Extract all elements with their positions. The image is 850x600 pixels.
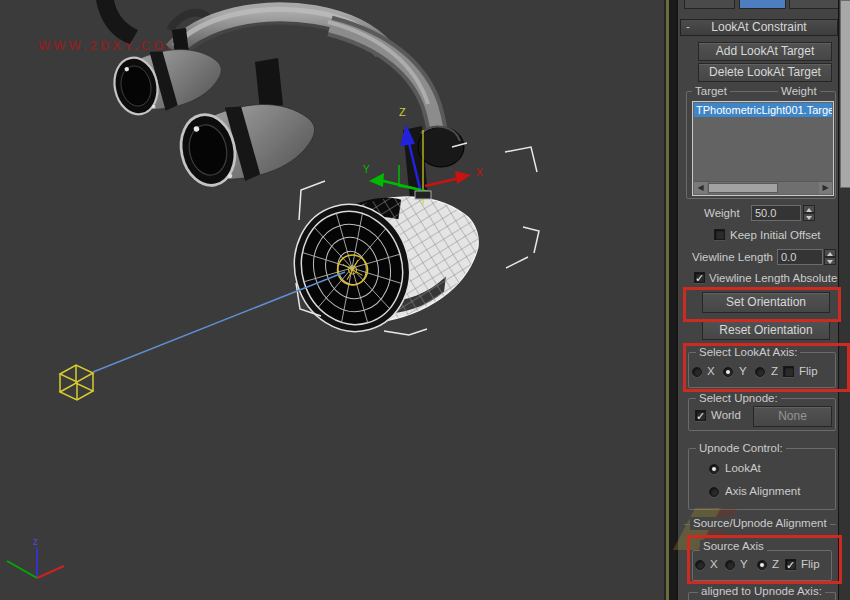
add-lookat-target-button[interactable]: Add LookAt Target bbox=[698, 42, 832, 61]
viewline-length-field[interactable]: 0.0 bbox=[777, 249, 823, 265]
active-viewport-border bbox=[666, 0, 669, 600]
check-icon: ✓ bbox=[786, 559, 795, 571]
target-list[interactable]: TPhotometricLight001.Targe ◀ ▶ bbox=[692, 101, 834, 196]
world-label: World bbox=[711, 409, 741, 422]
lookat-axis-title: Select LookAt Axis: bbox=[696, 346, 800, 359]
lookat-axis-x-radio[interactable] bbox=[692, 367, 702, 377]
axis-alignment-radio-label: Axis Alignment bbox=[725, 485, 800, 498]
rollout-title: LookAt Constraint bbox=[711, 20, 806, 34]
lookat-axis-z-label: Z bbox=[771, 365, 778, 378]
lookat-axis-z-radio[interactable] bbox=[755, 367, 765, 377]
spinner-up-icon[interactable] bbox=[824, 249, 836, 257]
panel-top-button-1[interactable] bbox=[684, 0, 735, 9]
source-axis-x-label: X bbox=[710, 558, 718, 571]
spinner-down-icon[interactable] bbox=[803, 213, 815, 221]
world-axis-z-label: z bbox=[33, 536, 38, 547]
panel-scrollbar[interactable] bbox=[838, 0, 850, 600]
source-axis-x-radio[interactable] bbox=[695, 560, 705, 570]
upnode-none-button[interactable]: None bbox=[753, 406, 832, 427]
aligned-upnode-title: aligned to Upnode Axis: bbox=[698, 585, 825, 598]
spinner-up-icon[interactable] bbox=[803, 205, 815, 213]
viewline-spinner[interactable] bbox=[824, 249, 836, 265]
gizmo-y-label: Y bbox=[363, 164, 370, 175]
lookat-axis-x-label: X bbox=[707, 365, 715, 378]
weight-label: Weight bbox=[704, 207, 740, 220]
target-list-hscrollbar[interactable]: ◀ ▶ bbox=[694, 181, 832, 194]
weight-spinner[interactable] bbox=[803, 205, 815, 221]
command-panel: - LookAt Constraint Add LookAt Target De… bbox=[676, 0, 838, 600]
lookat-axis-y-label: Y bbox=[739, 365, 747, 378]
lookat-axis-flip-checkbox[interactable] bbox=[783, 366, 794, 377]
viewport-3d[interactable]: WWW.2DXY.COM bbox=[0, 0, 676, 600]
source-axis-title: Source Axis bbox=[700, 540, 767, 553]
axis-alignment-radio[interactable] bbox=[709, 487, 719, 497]
panel-top-button-2[interactable] bbox=[789, 0, 840, 9]
lookat-radio[interactable] bbox=[709, 464, 719, 474]
keep-initial-offset-checkbox[interactable] bbox=[714, 229, 725, 240]
weight-column-label: Weight bbox=[778, 85, 820, 98]
upnode-control-group bbox=[688, 448, 836, 510]
check-icon: ✓ bbox=[695, 272, 704, 284]
panel-top-button-active[interactable] bbox=[739, 0, 786, 9]
collapse-icon: - bbox=[686, 20, 690, 35]
upnode-control-title: Upnode Control: bbox=[696, 442, 786, 455]
source-axis-flip-label: Flip bbox=[801, 558, 820, 571]
upnode-title: Select Upnode: bbox=[696, 392, 781, 405]
target-list-item-selected[interactable]: TPhotometricLight001.Targe bbox=[694, 103, 832, 117]
reset-orientation-button[interactable]: Reset Orientation bbox=[702, 320, 830, 340]
rollout-header-lookat-constraint[interactable]: - LookAt Constraint bbox=[680, 19, 838, 36]
gizmo-z-label: Z bbox=[399, 106, 406, 118]
weight-field[interactable]: 50.0 bbox=[751, 205, 801, 221]
hscroll-thumb[interactable] bbox=[708, 183, 778, 193]
delete-lookat-target-button[interactable]: Delete LookAt Target bbox=[698, 63, 832, 82]
source-axis-z-radio[interactable] bbox=[757, 560, 767, 570]
scroll-left-icon[interactable]: ◀ bbox=[694, 182, 707, 194]
world-checkbox[interactable]: ✓ bbox=[695, 410, 706, 421]
lookat-axis-y-radio[interactable] bbox=[723, 367, 733, 377]
source-axis-z-label: Z bbox=[772, 558, 779, 571]
app-window: WWW.2DXY.COM bbox=[0, 0, 850, 600]
viewport-edge bbox=[664, 0, 666, 600]
keep-initial-offset-label: Keep Initial Offset bbox=[730, 229, 821, 242]
spinner-down-icon[interactable] bbox=[824, 257, 836, 265]
check-icon: ✓ bbox=[696, 410, 705, 422]
set-orientation-button[interactable]: Set Orientation bbox=[702, 292, 830, 313]
gizmo-x-label: X bbox=[476, 167, 483, 178]
lookat-axis-flip-label: Flip bbox=[799, 365, 818, 378]
lookat-radio-label: LookAt bbox=[725, 462, 761, 475]
scroll-right-icon[interactable]: ▶ bbox=[819, 182, 832, 194]
watermark-text: WWW.2DXY.COM bbox=[38, 38, 180, 53]
target-column-label: Target bbox=[692, 85, 730, 98]
alignment-section-title: Source/Upnode Alignment bbox=[690, 517, 830, 530]
viewport-gap bbox=[669, 0, 676, 600]
viewline-absolute-checkbox[interactable]: ✓ bbox=[694, 272, 705, 283]
panel-scrollbar-thumb[interactable] bbox=[840, 0, 850, 188]
source-axis-flip-checkbox[interactable]: ✓ bbox=[785, 559, 796, 570]
viewline-length-label: Viewline Length bbox=[692, 251, 773, 264]
source-axis-y-radio[interactable] bbox=[725, 560, 735, 570]
source-axis-y-label: Y bbox=[740, 558, 748, 571]
viewline-absolute-label: Viewline Length Absolute bbox=[709, 272, 837, 285]
